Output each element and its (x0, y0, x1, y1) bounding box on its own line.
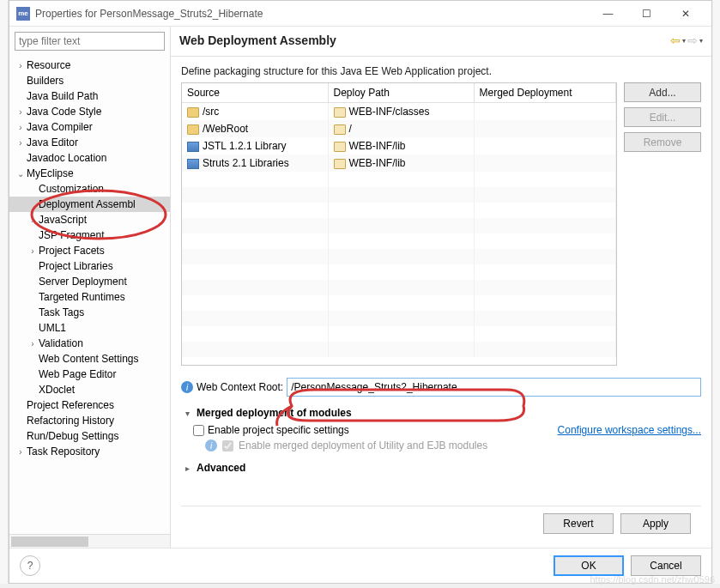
chevron-right-icon[interactable]: › (27, 339, 39, 349)
expand-advanced-icon[interactable]: ▸ (181, 464, 193, 473)
tree-item[interactable]: Project Libraries (9, 258, 170, 274)
category-tree[interactable]: ›ResourceBuildersJava Build Path›Java Co… (9, 56, 170, 534)
tree-item-label: JSP Fragment (39, 229, 104, 241)
back-menu-icon[interactable]: ▾ (682, 37, 686, 45)
table-row[interactable]: /srcWEB-INF/classes (182, 103, 616, 121)
chevron-right-icon[interactable]: › (15, 61, 27, 70)
forward-icon[interactable]: ⇨ (687, 33, 698, 47)
table-row (182, 172, 616, 187)
back-icon[interactable]: ⇦ (670, 33, 681, 47)
tree-item-label: UML1 (39, 322, 66, 334)
chevron-down-icon[interactable]: ⌄ (15, 169, 27, 179)
tree-item-label: Refactoring History (27, 415, 114, 427)
table-row (182, 326, 616, 342)
table-row (182, 280, 616, 295)
configure-workspace-link[interactable]: Configure workspace settings... (558, 424, 701, 436)
col-deploy[interactable]: Deploy Path (328, 83, 474, 103)
tree-item-label: Customization (39, 183, 104, 195)
enable-specific-checkbox[interactable] (193, 425, 204, 436)
add-button[interactable]: Add... (624, 82, 701, 102)
remove-button[interactable]: Remove (624, 132, 701, 152)
cancel-button[interactable]: Cancel (631, 555, 701, 576)
tree-item[interactable]: UML1 (9, 320, 170, 336)
app-icon: me (16, 7, 30, 21)
tree-item[interactable]: Task Tags (9, 305, 170, 320)
close-icon[interactable]: ✕ (666, 2, 705, 26)
tree-item[interactable]: ›Validation (9, 336, 170, 351)
tree-item[interactable]: ›Java Code Style (9, 104, 170, 119)
advanced-section-title: Advanced (197, 462, 245, 474)
maximize-icon[interactable]: ☐ (627, 2, 666, 26)
tree-item[interactable]: ›Resource (9, 58, 170, 73)
tree-item[interactable]: ⌄MyEclipse (9, 166, 170, 181)
tree-item[interactable]: Web Page Editor (9, 367, 170, 382)
tree-item[interactable]: Refactoring History (9, 413, 170, 428)
window-title: Properties for PersonMessage_Struts2_Hib… (35, 8, 263, 20)
table-row (182, 264, 616, 280)
tree-item[interactable]: Customization (9, 181, 170, 197)
tree-item-label: Javadoc Location (27, 152, 106, 164)
tree-item-label: Web Page Editor (39, 368, 117, 380)
tree-item-label: JavaScript (39, 214, 87, 226)
col-merged[interactable]: Merged Deployment (474, 83, 616, 103)
library-icon (187, 142, 199, 152)
context-root-input[interactable] (287, 378, 701, 397)
folder-icon (334, 142, 346, 152)
edit-button[interactable]: Edit... (624, 107, 701, 127)
table-row[interactable]: Struts 2.1 LibrariesWEB-INF/lib (182, 155, 616, 172)
ok-button[interactable]: OK (554, 555, 624, 576)
tree-item[interactable]: Builders (9, 73, 170, 88)
forward-menu-icon[interactable]: ▾ (699, 37, 703, 45)
tree-item-label: Project Libraries (39, 260, 113, 272)
titlebar[interactable]: me Properties for PersonMessage_Struts2_… (9, 1, 711, 27)
tree-item[interactable]: ›Java Compiler (9, 119, 170, 135)
table-row (182, 342, 616, 357)
revert-button[interactable]: Revert (543, 513, 614, 534)
help-button[interactable]: ? (20, 555, 40, 576)
tree-item[interactable]: Javadoc Location (9, 150, 170, 166)
table-row (182, 187, 616, 203)
library-icon (187, 159, 199, 169)
expand-merged-icon[interactable]: ▾ (181, 409, 193, 418)
folder-icon (334, 159, 346, 169)
tree-item[interactable]: Java Build Path (9, 88, 170, 104)
apply-button[interactable]: Apply (620, 513, 691, 534)
sidebar-scrollbar[interactable] (9, 534, 170, 548)
tree-item[interactable]: Run/Debug Settings (9, 428, 170, 444)
editor-gutter-right (713, 0, 720, 584)
chevron-right-icon[interactable]: › (15, 123, 27, 132)
tree-item-label: Run/Debug Settings (27, 430, 118, 442)
enable-merged-checkbox (222, 440, 233, 452)
tree-item-label: Java Build Path (27, 90, 98, 102)
tree-item[interactable]: ›Java Editor (9, 135, 170, 150)
tree-item-label: Java Editor (27, 136, 78, 149)
tree-item[interactable]: Project References (9, 397, 170, 413)
table-row[interactable]: JSTL 1.2.1 LibraryWEB-INF/lib (182, 137, 616, 155)
chevron-right-icon[interactable]: › (27, 246, 39, 256)
info-icon: i (181, 381, 193, 393)
tree-item-label: Deployment Assembl (39, 198, 136, 210)
watermark: https://blog.csdn.net/zhw0596 (590, 574, 715, 585)
chevron-right-icon[interactable]: › (15, 107, 27, 117)
tree-item-label: Task Tags (39, 306, 84, 318)
tree-item[interactable]: Targeted Runtimes (9, 289, 170, 305)
filter-input[interactable] (15, 32, 165, 51)
info-icon: i (205, 439, 217, 452)
tree-item-label: Builders (27, 75, 64, 87)
tree-item-label: Validation (39, 337, 83, 349)
table-row[interactable]: /WebRoot/ (182, 120, 616, 137)
tree-item[interactable]: ›Project Facets (9, 243, 170, 258)
tree-item[interactable]: Server Deployment (9, 274, 170, 289)
chevron-right-icon[interactable]: › (15, 447, 27, 457)
chevron-right-icon[interactable]: › (27, 215, 39, 225)
tree-item[interactable]: JSP Fragment (9, 227, 170, 243)
minimize-icon[interactable]: — (589, 2, 627, 26)
assembly-table[interactable]: Source Deploy Path Merged Deployment /sr… (181, 82, 617, 366)
col-source[interactable]: Source (182, 83, 328, 103)
tree-item[interactable]: Deployment Assembl (9, 197, 170, 212)
chevron-right-icon[interactable]: › (15, 138, 27, 148)
tree-item[interactable]: ›JavaScript (9, 212, 170, 227)
tree-item[interactable]: XDoclet (9, 382, 170, 397)
tree-item[interactable]: Web Content Settings (9, 351, 170, 367)
tree-item[interactable]: ›Task Repository (9, 444, 170, 459)
